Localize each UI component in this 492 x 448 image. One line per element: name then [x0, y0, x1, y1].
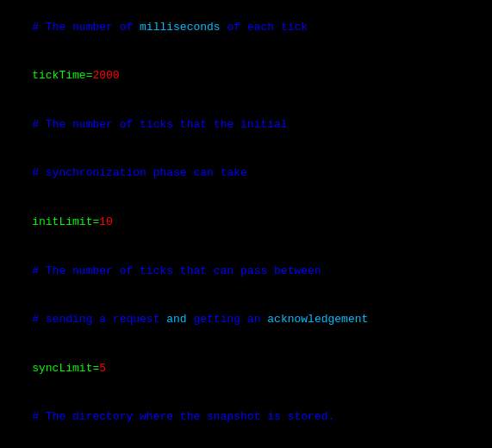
config-value-ticktime: 2000 — [92, 69, 119, 82]
line-ticktime: tickTime=2000 — [5, 53, 487, 102]
line-7: # sending a request and getting an ackno… — [5, 296, 487, 345]
line-6: # The number of ticks that can pass betw… — [5, 247, 487, 296]
config-value-synclimit: 5 — [99, 362, 106, 375]
comment-snapshot: # The directory where the snapshot is st… — [32, 410, 334, 423]
comment-milliseconds: # The number of milliseconds of each tic… — [32, 21, 308, 34]
line-initlimit: initLimit=10 — [5, 198, 487, 247]
comment-acknowledgement: # sending a request and getting an ackno… — [32, 313, 368, 326]
config-key-synclimit: syncLimit= — [32, 362, 99, 375]
line-3: # The number of ticks that the initial — [5, 101, 487, 150]
config-key-initlimit: initLimit= — [32, 215, 99, 228]
terminal-window: # The number of milliseconds of each tic… — [5, 3, 487, 445]
line-synclimit: syncLimit=5 — [5, 345, 487, 394]
line-4: # synchronization phase can take — [5, 150, 487, 199]
config-value-initlimit: 10 — [99, 215, 113, 228]
line-1: # The number of milliseconds of each tic… — [5, 3, 487, 53]
comment-initial: # The number of ticks that the initial — [32, 118, 287, 131]
config-key-ticktime: tickTime= — [32, 69, 92, 82]
line-10: # do not use /tmp for storage, /tmp here… — [5, 442, 487, 448]
line-9: # The directory where the snapshot is st… — [5, 393, 487, 442]
comment-sync-phase: # synchronization phase can take — [32, 166, 247, 179]
comment-pass-between: # The number of ticks that can pass betw… — [32, 264, 321, 277]
